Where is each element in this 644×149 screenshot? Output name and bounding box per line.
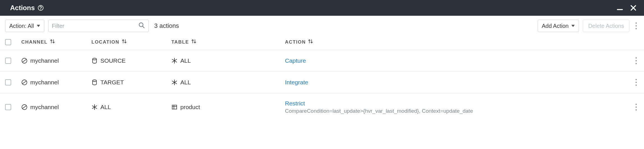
filter-input[interactable] (52, 23, 138, 29)
sort-icon (122, 39, 127, 45)
panel-title: Actions (10, 4, 35, 12)
sort-icon (308, 39, 313, 45)
cell-table: ALL (171, 57, 285, 64)
sort-icon (50, 39, 55, 45)
row-more-menu[interactable] (633, 78, 639, 86)
filter-input-wrap[interactable] (48, 20, 149, 32)
toolbar: Action: All 3 actions Add Action Delete … (0, 16, 644, 36)
chevron-down-icon (571, 25, 575, 27)
cell-action: RestrictCompareCondition=last_update>{hv… (285, 100, 625, 114)
actions-table: CHANNEL LOCATION TABLE ACTION mychannelS… (0, 36, 644, 121)
table-icon (171, 104, 178, 110)
actions-count: 3 actions (154, 22, 179, 30)
table-header: CHANNEL LOCATION TABLE ACTION (0, 36, 644, 50)
panel-header: Actions (0, 0, 644, 16)
column-channel[interactable]: CHANNEL (21, 39, 91, 45)
location-name: ALL (100, 104, 111, 110)
add-action-label: Add Action (542, 23, 569, 29)
sort-icon (191, 39, 196, 45)
row-checkbox[interactable] (5, 58, 11, 64)
location-name: TARGET (100, 79, 124, 86)
database-icon (91, 79, 98, 85)
cell-channel: mychannel (21, 57, 91, 64)
cell-channel: mychannel (21, 104, 91, 110)
asterisk-icon (171, 79, 178, 85)
cell-table: ALL (171, 79, 285, 86)
minimize-icon[interactable] (617, 4, 623, 11)
cell-action: Integrate (285, 79, 625, 86)
add-action-button[interactable]: Add Action (538, 20, 579, 32)
search-icon[interactable] (138, 22, 145, 30)
asterisk-icon (171, 58, 178, 64)
database-icon (91, 58, 98, 64)
column-location-label: LOCATION (91, 39, 119, 45)
table-row: mychannelTARGETALLIntegrate (0, 72, 644, 93)
column-action-label: ACTION (285, 39, 306, 45)
action-filter-label: Action: All (9, 23, 34, 29)
select-all-checkbox[interactable] (5, 39, 11, 45)
delete-actions-label: Delete Actions (588, 23, 624, 29)
column-action[interactable]: ACTION (285, 39, 625, 45)
chevron-down-icon (37, 25, 40, 27)
cell-location: TARGET (91, 79, 171, 86)
cell-location: ALL (91, 104, 171, 110)
table-row: mychannelALLproductRestrictCompareCondit… (0, 93, 644, 121)
action-link[interactable]: Integrate (285, 79, 308, 86)
row-checkbox[interactable] (5, 104, 11, 110)
cell-location: SOURCE (91, 57, 171, 64)
cell-table: product (171, 104, 285, 110)
row-checkbox[interactable] (5, 79, 11, 85)
channel-name: mychannel (30, 104, 59, 110)
channel-name: mychannel (30, 79, 59, 86)
column-table-label: TABLE (171, 39, 189, 45)
cell-action: Capture (285, 57, 625, 64)
column-channel-label: CHANNEL (21, 39, 48, 45)
toolbar-more-menu[interactable] (633, 22, 639, 30)
help-icon[interactable] (38, 5, 44, 11)
action-link[interactable]: Capture (285, 57, 306, 64)
channel-icon (21, 79, 27, 85)
table-name: product (180, 104, 200, 110)
column-location[interactable]: LOCATION (91, 39, 171, 45)
cell-channel: mychannel (21, 79, 91, 86)
row-more-menu[interactable] (633, 103, 639, 111)
channel-icon (21, 104, 27, 110)
channel-icon (21, 58, 27, 64)
asterisk-icon (91, 104, 98, 110)
table-name: ALL (180, 79, 191, 86)
row-more-menu[interactable] (633, 57, 639, 65)
channel-name: mychannel (30, 57, 59, 64)
column-table[interactable]: TABLE (171, 39, 285, 45)
action-detail: CompareCondition=last_update>{hvr_var_la… (285, 108, 473, 114)
close-icon[interactable] (630, 4, 637, 11)
delete-actions-button[interactable]: Delete Actions (583, 20, 629, 32)
action-filter-dropdown[interactable]: Action: All (5, 20, 44, 32)
table-name: ALL (180, 57, 191, 64)
action-link[interactable]: Restrict (285, 100, 473, 107)
location-name: SOURCE (100, 57, 126, 64)
table-row: mychannelSOURCEALLCapture (0, 50, 644, 72)
